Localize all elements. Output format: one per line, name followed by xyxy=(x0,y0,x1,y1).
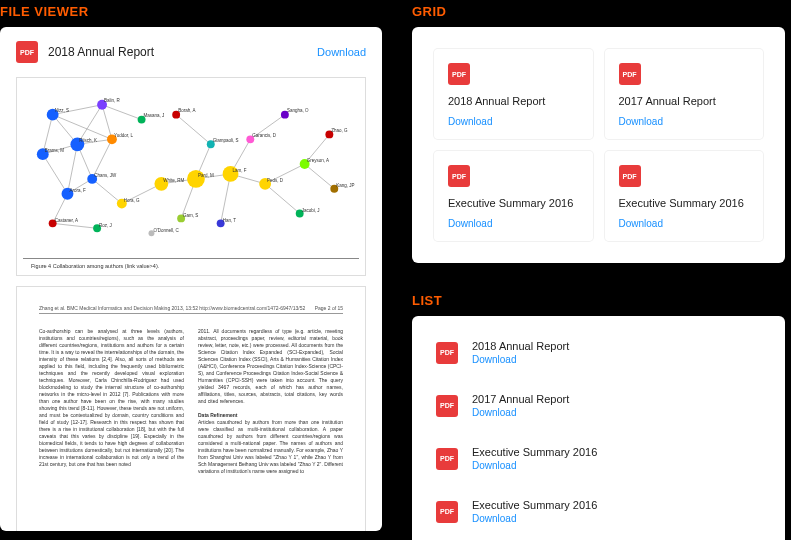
file-title: 2018 Annual Report xyxy=(448,95,579,107)
svg-line-16 xyxy=(102,105,142,120)
download-link[interactable]: Download xyxy=(317,46,366,58)
file-title: Executive Summary 2016 xyxy=(472,446,597,458)
pdf-icon: PDF xyxy=(436,395,458,417)
download-link[interactable]: Download xyxy=(472,407,569,418)
file-title: Executive Summary 2016 xyxy=(619,197,750,209)
graph-node-label: Garancis, D xyxy=(252,133,276,138)
pdf-icon: PDF xyxy=(448,165,470,187)
download-link[interactable]: Download xyxy=(448,116,492,127)
graph-node-label: Balin, R xyxy=(104,98,120,103)
list-row[interactable]: PDF2017 Annual ReportDownload xyxy=(418,379,779,432)
svg-line-7 xyxy=(43,154,68,194)
file-title: 2017 Annual Report xyxy=(619,95,750,107)
graph-node-label: Han, T xyxy=(223,218,236,223)
graph-node-label: O'Donnell, C xyxy=(153,228,178,233)
grid-card[interactable]: PDFExecutive Summary 2016Download xyxy=(605,151,764,241)
download-link[interactable]: Download xyxy=(619,218,663,229)
download-link[interactable]: Download xyxy=(448,218,492,229)
download-link[interactable]: Download xyxy=(472,460,597,471)
viewer-header: PDF 2018 Annual Report Download xyxy=(0,27,382,77)
graph-node-label: Nizz, S xyxy=(55,108,69,113)
download-link[interactable]: Download xyxy=(472,513,597,524)
graph-node-label: Yuddor, L xyxy=(114,133,133,138)
pdf-icon: PDF xyxy=(448,63,470,85)
svg-line-10 xyxy=(67,144,77,193)
file-title: Executive Summary 2016 xyxy=(448,197,579,209)
text-column-left: Co-authorship can be analysed at three l… xyxy=(39,328,184,475)
file-viewer-panel: PDF 2018 Annual Report Download xyxy=(0,27,382,531)
collaboration-graph: Nizz, SBalin, RBrams, MRiisch, KYuddor, … xyxy=(23,84,359,254)
pdf-icon: PDF xyxy=(619,63,641,85)
file-title: 2017 Annual Report xyxy=(472,393,569,405)
graph-node-label: Castaner, A xyxy=(55,218,78,223)
viewer-file-title: 2018 Annual Report xyxy=(48,45,307,59)
graph-node-label: Roz, J xyxy=(99,223,112,228)
graph-node-label: Brams, M xyxy=(45,148,64,153)
svg-line-3 xyxy=(53,115,112,140)
graph-node-label: Peds, D xyxy=(267,178,283,183)
svg-line-26 xyxy=(265,184,300,214)
grid-card[interactable]: PDF2017 Annual ReportDownload xyxy=(605,49,764,139)
graph-node-label: Zhao, G xyxy=(331,128,347,133)
graph-node-label: Greyson, A xyxy=(307,158,329,163)
graph-node-label: Arora, F xyxy=(69,188,85,193)
graph-node-label: Sangha, O xyxy=(287,108,309,113)
pdf-icon: PDF xyxy=(16,41,38,63)
list-panel: PDF2018 Annual ReportDownloadPDF2017 Ann… xyxy=(412,316,785,540)
pdf-icon: PDF xyxy=(436,501,458,523)
list-row[interactable]: PDFExecutive Summary 2016Download xyxy=(418,485,779,538)
section-title-grid: GRID xyxy=(412,0,785,27)
graph-node-label: Hora, G xyxy=(124,198,140,203)
download-link[interactable]: Download xyxy=(619,116,663,127)
svg-line-30 xyxy=(176,115,211,145)
list-row[interactable]: PDFExecutive Summary 2016Download xyxy=(418,432,779,485)
grid-card[interactable]: PDFExecutive Summary 2016Download xyxy=(434,151,593,241)
figure-caption: Figure 4 Collaboration among authors (li… xyxy=(23,258,359,269)
document-page-graph: Nizz, SBalin, RBrams, MRiisch, KYuddor, … xyxy=(16,77,366,276)
running-header-left: Zhang et al. BMC Medical Informatics and… xyxy=(39,305,305,311)
running-header-right: Page 2 of 15 xyxy=(315,305,343,311)
pdf-icon: PDF xyxy=(436,448,458,470)
file-title: 2018 Annual Report xyxy=(472,340,569,352)
graph-node-label: Kang, JP xyxy=(336,183,354,188)
document-page-text: Zhang et al. BMC Medical Informatics and… xyxy=(16,286,366,531)
graph-node-label: Gam, S xyxy=(183,213,198,218)
graph-node-label: Pard, M xyxy=(198,173,214,178)
graph-node-label: Giampaoli, S xyxy=(213,138,239,143)
file-title: Executive Summary 2016 xyxy=(472,499,597,511)
pdf-icon: PDF xyxy=(436,342,458,364)
graph-node-label: Lam, F xyxy=(233,168,247,173)
svg-line-5 xyxy=(102,105,112,140)
list-row[interactable]: PDF2018 Annual ReportDownload xyxy=(418,326,779,379)
svg-line-14 xyxy=(92,179,122,204)
section-title-list: LIST xyxy=(412,289,785,316)
grid-card[interactable]: PDF2018 Annual ReportDownload xyxy=(434,49,593,139)
section-title-file-viewer: FILE VIEWER xyxy=(0,0,382,27)
download-link[interactable]: Download xyxy=(472,354,569,365)
graph-node-label: Chans, JW xyxy=(94,173,116,178)
graph-node-label: White, RM xyxy=(163,178,184,183)
graph-node-label: Riisch, K xyxy=(79,138,97,143)
svg-line-28 xyxy=(305,164,335,189)
graph-node-label: Masana, J xyxy=(144,113,165,118)
svg-line-15 xyxy=(53,223,97,228)
pdf-icon: PDF xyxy=(619,165,641,187)
text-column-right: 2011. All documents regardless of type (… xyxy=(198,328,343,475)
graph-node-label: Jacobi, J xyxy=(302,208,320,213)
viewer-scroll-area[interactable]: Nizz, SBalin, RBrams, MRiisch, KYuddor, … xyxy=(0,77,382,531)
grid-panel: PDF2018 Annual ReportDownloadPDF2017 Ann… xyxy=(412,27,785,263)
graph-node-label: Borah, A xyxy=(178,108,195,113)
